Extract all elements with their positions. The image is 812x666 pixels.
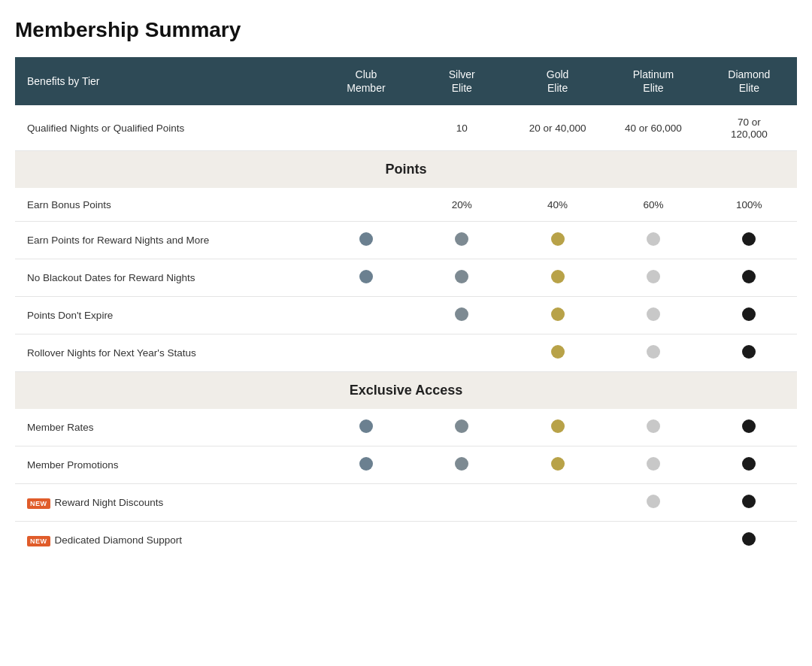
diamond-dot-icon [742, 232, 756, 246]
club-value-cell [318, 297, 414, 335]
gold-value-cell [510, 484, 605, 522]
table-row: NEWDedicated Diamond Support [15, 522, 797, 559]
gold-dot-icon [551, 345, 565, 359]
silver-bonus-text: 10 [456, 123, 468, 134]
club-value-cell [318, 222, 414, 259]
platinum-dot-icon [647, 232, 660, 246]
diamond-value-cell [701, 484, 797, 522]
platinum-value-cell [605, 522, 701, 559]
gold-value-cell [510, 409, 605, 447]
platinum-elite-header: PlatinumElite [605, 57, 701, 105]
benefit-name-cell: Member Promotions [15, 447, 318, 484]
gold-bonus-text: 40% [547, 199, 568, 210]
diamond-value-cell [701, 297, 797, 335]
gold-value-cell: 20 or 40,000 [510, 105, 605, 151]
gold-dot-icon [551, 232, 565, 246]
club-value-cell [318, 447, 414, 484]
table-row: NEWReward Night Discounts [15, 484, 797, 522]
benefit-name-cell: NEWReward Night Discounts [15, 484, 318, 522]
benefits-col-header: Benefits by Tier [15, 57, 318, 105]
gold-value-cell [510, 222, 605, 259]
new-badge: NEW [27, 498, 50, 509]
platinum-bonus-text: 60% [643, 199, 663, 210]
diamond-dot-icon [742, 307, 756, 321]
club-value-cell [318, 105, 414, 151]
diamond-dot-icon [742, 270, 756, 283]
silver-value-cell [414, 409, 510, 447]
page-title: Membership Summary [15, 18, 797, 42]
diamond-bonus-text: 100% [736, 199, 762, 210]
silver-value-cell [414, 484, 510, 522]
silver-value-cell [414, 522, 510, 559]
club-value-cell [318, 335, 414, 372]
membership-table: Benefits by Tier ClubMember SilverElite … [15, 57, 797, 559]
club-value-cell [318, 188, 414, 222]
silver-dot-icon [455, 457, 468, 471]
gold-bonus-text: 20 or 40,000 [529, 123, 586, 134]
benefit-name-cell: Member Rates [15, 409, 318, 447]
silver-dot-icon [455, 232, 468, 246]
benefit-name-cell: Rollover Nights for Next Year's Status [15, 335, 318, 372]
platinum-value-cell [605, 335, 701, 372]
club-dot-icon [359, 419, 373, 433]
diamond-value-cell [701, 522, 797, 559]
silver-elite-header: SilverElite [414, 57, 510, 105]
silver-value-cell [414, 222, 510, 259]
silver-dot-icon [455, 419, 468, 433]
benefit-name-cell: Earn Bonus Points [15, 188, 318, 222]
silver-value-cell [414, 297, 510, 335]
benefit-name-cell: NEWDedicated Diamond Support [15, 522, 318, 559]
club-dot-icon [359, 232, 373, 246]
club-member-header: ClubMember [318, 57, 414, 105]
table-row: No Blackout Dates for Reward Nights [15, 259, 797, 297]
platinum-dot-icon [647, 419, 660, 433]
platinum-value-cell [605, 259, 701, 297]
club-value-cell [318, 409, 414, 447]
platinum-value-cell [605, 484, 701, 522]
platinum-value-cell [605, 222, 701, 259]
platinum-value-cell: 40 or 60,000 [605, 105, 701, 151]
silver-value-cell [414, 259, 510, 297]
platinum-dot-icon [647, 495, 660, 508]
diamond-bonus-text: 70 or120,000 [731, 117, 768, 140]
benefit-name-cell: No Blackout Dates for Reward Nights [15, 259, 318, 297]
diamond-dot-icon [742, 345, 756, 359]
gold-value-cell [510, 447, 605, 484]
diamond-value-cell [701, 447, 797, 484]
table-row: Rollover Nights for Next Year's Status [15, 335, 797, 372]
section-header-row: Points [15, 151, 797, 189]
silver-value-cell [414, 447, 510, 484]
gold-elite-header: GoldElite [510, 57, 605, 105]
diamond-dot-icon [742, 419, 756, 433]
gold-dot-icon [551, 270, 565, 283]
platinum-bonus-text: 40 or 60,000 [625, 123, 682, 134]
table-row: Points Don't Expire [15, 297, 797, 335]
gold-dot-icon [551, 307, 565, 321]
table-header-row: Benefits by Tier ClubMember SilverElite … [15, 57, 797, 105]
gold-value-cell [510, 335, 605, 372]
platinum-dot-icon [647, 270, 660, 283]
new-badge: NEW [27, 536, 50, 546]
platinum-value-cell [605, 297, 701, 335]
silver-dot-icon [455, 307, 468, 321]
section-header-row: Exclusive Access [15, 372, 797, 410]
platinum-dot-icon [647, 457, 660, 471]
gold-value-cell [510, 259, 605, 297]
benefit-name-cell: Qualified Nights or Qualified Points [15, 105, 318, 151]
table-row: Qualified Nights or Qualified Points1020… [15, 105, 797, 151]
diamond-value-cell: 70 or120,000 [701, 105, 797, 151]
diamond-dot-icon [742, 457, 756, 471]
diamond-elite-header: DiamondElite [701, 57, 797, 105]
diamond-value-cell [701, 259, 797, 297]
benefit-name-cell: Points Don't Expire [15, 297, 318, 335]
diamond-value-cell [701, 335, 797, 372]
gold-value-cell [510, 522, 605, 559]
silver-value-cell: 10 [414, 105, 510, 151]
gold-dot-icon [551, 419, 565, 433]
gold-value-cell: 40% [510, 188, 605, 222]
silver-value-cell: 20% [414, 188, 510, 222]
club-value-cell [318, 259, 414, 297]
table-row: Earn Points for Reward Nights and More [15, 222, 797, 259]
table-row: Member Rates [15, 409, 797, 447]
club-value-cell [318, 522, 414, 559]
